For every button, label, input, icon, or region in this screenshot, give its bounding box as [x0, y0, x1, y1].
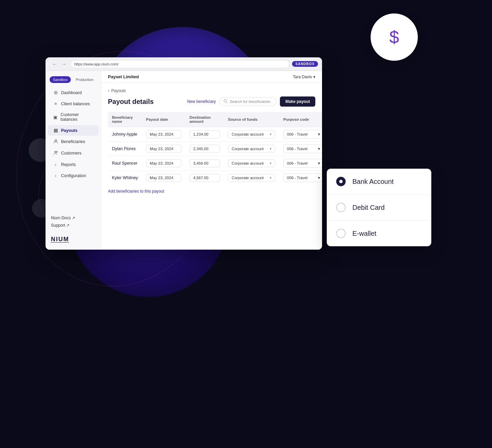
user-menu[interactable]: Tara Davis ▾	[293, 75, 315, 79]
new-beneficiary-link[interactable]: New beneficiary	[187, 99, 216, 104]
payment-option-debit[interactable]: Debit Card	[327, 195, 431, 221]
source-select-3[interactable]: Corporate account ▾	[228, 174, 275, 182]
sandbox-badge: SANDBOX	[292, 61, 318, 67]
beneficiary-name-2: Raul Spencer	[112, 161, 138, 166]
col-source-of-funds: Source of funds	[224, 112, 279, 127]
debit-card-label: Debit Card	[352, 204, 385, 212]
payment-option-ewallet[interactable]: E-wallet	[327, 221, 431, 246]
client-balances-icon: ≡	[53, 101, 58, 106]
company-name: Payset Limited	[108, 74, 139, 79]
customers-icon	[53, 150, 58, 156]
col-beneficiary-name: Beneficiary name	[108, 112, 142, 127]
nium-logo: NIUM	[46, 232, 101, 244]
search-placeholder: Search for beneficiaries	[230, 100, 270, 104]
sidebar-item-dashboard[interactable]: ⊞ Dashboard	[48, 87, 99, 98]
bank-account-radio[interactable]	[336, 177, 346, 186]
sidebar-spacer	[46, 181, 101, 212]
page-title: Payout details	[108, 98, 154, 106]
main-body: ‹ Payouts Payout details New beneficiary	[101, 83, 322, 250]
main-content: Payset Limited Tara Davis ▾ ‹ Payouts Pa…	[101, 71, 322, 250]
dollar-icon: $	[389, 27, 399, 47]
purpose-chevron-icon: ▾	[318, 132, 320, 137]
source-chevron-icon: ▾	[270, 162, 271, 165]
debit-card-radio[interactable]	[336, 203, 346, 212]
back-button[interactable]: ←	[51, 61, 58, 67]
amount-3[interactable]: 4,567.00	[190, 174, 220, 182]
sandbox-tab[interactable]: Sandbox	[50, 76, 71, 83]
table-row: Raul Spencer May 23, 2024 3,456.00 Corpo…	[108, 156, 322, 171]
col-payout-date: Payout date	[142, 112, 185, 127]
col-purpose-code: Purpose code	[279, 112, 322, 127]
sidebar-item-client-balances[interactable]: ≡ Client balances	[48, 99, 99, 109]
purpose-chevron-icon: ▾	[318, 161, 320, 166]
purpose-select-0[interactable]: 006 - Travel ▾	[283, 130, 322, 139]
nium-docs-link[interactable]: Nium Docs ↗	[51, 214, 95, 222]
sidebar-item-configuration[interactable]: › Configuration	[48, 170, 99, 181]
customer-balances-icon: ▣	[53, 115, 58, 120]
table-row: Kyler Whitney May 23, 2024 4,567.00 Corp…	[108, 171, 322, 185]
source-select-2[interactable]: Corporate account ▾	[228, 159, 275, 167]
ewallet-radio[interactable]	[336, 229, 346, 238]
forward-button[interactable]: →	[60, 61, 68, 67]
payout-date-0[interactable]: May 23, 2024	[146, 130, 181, 138]
sidebar-item-customer-balances[interactable]: ▣ Customer balances	[48, 110, 99, 124]
breadcrumb[interactable]: ‹ Payouts	[108, 88, 315, 93]
payment-option-bank[interactable]: Bank Account	[327, 169, 431, 195]
browser-url-bar[interactable]: https://www.app.nium.com/	[70, 60, 289, 68]
beneficiary-name-0: Johnny Apple	[112, 132, 137, 137]
browser-nav: ← →	[51, 61, 68, 67]
ewallet-label: E-wallet	[352, 230, 376, 237]
sidebar-item-payouts[interactable]: ▤ Payouts	[48, 125, 99, 136]
amount-1[interactable]: 2,345.00	[190, 145, 220, 153]
svg-line-4	[227, 102, 228, 103]
amount-2[interactable]: 3,456.00	[190, 159, 220, 167]
purpose-chevron-icon: ▾	[318, 146, 320, 151]
amount-0[interactable]: 1,234.00	[190, 130, 220, 138]
payout-date-2[interactable]: May 23, 2024	[146, 159, 181, 167]
sidebar-bottom: Nium Docs ↗ Support ↗	[46, 212, 101, 232]
user-chevron-icon: ▾	[313, 75, 315, 79]
bank-account-label: Bank Account	[352, 178, 394, 186]
search-beneficiaries-input[interactable]: Search for beneficiaries	[219, 97, 277, 106]
payout-date-3[interactable]: May 23, 2024	[146, 174, 181, 182]
purpose-select-3[interactable]: 006 - Travel ▾	[283, 173, 322, 182]
support-link[interactable]: Support ↗	[51, 222, 95, 229]
purpose-select-1[interactable]: 006 - Travel ▾	[283, 144, 322, 153]
bank-account-radio-inner	[339, 180, 343, 183]
purpose-chevron-icon: ▾	[318, 175, 320, 180]
dashboard-icon: ⊞	[53, 90, 58, 95]
breadcrumb-label: Payouts	[111, 88, 126, 93]
page-header: Payout details New beneficiary Search fo…	[108, 96, 315, 107]
svg-point-0	[55, 140, 57, 141]
search-icon	[224, 99, 228, 104]
breadcrumb-arrow-icon: ‹	[108, 88, 109, 93]
payout-date-1[interactable]: May 23, 2024	[146, 145, 181, 153]
col-destination-amount: Destination amount	[185, 112, 224, 127]
payment-method-card: Bank Account Debit Card E-wallet	[327, 169, 431, 246]
app-layout: Sandbox Production ⊞ Dashboard ≡ Client …	[46, 71, 322, 250]
configuration-chevron-icon: ›	[53, 173, 58, 178]
sidebar-item-customers[interactable]: Customers	[48, 148, 99, 159]
source-chevron-icon: ▾	[270, 147, 271, 150]
add-beneficiary-link[interactable]: Add beneficiaries to this payout	[108, 189, 164, 194]
source-chevron-icon: ▾	[270, 176, 271, 179]
payouts-icon: ▤	[53, 128, 58, 133]
reports-chevron-icon: ›	[53, 162, 58, 167]
source-chevron-icon: ▾	[270, 133, 271, 136]
sidebar: Sandbox Production ⊞ Dashboard ≡ Client …	[46, 71, 101, 250]
sidebar-item-reports[interactable]: › Reports	[48, 159, 99, 170]
beneficiary-name-1: Dylan Flores	[112, 146, 136, 151]
main-header: Payset Limited Tara Davis ▾	[101, 71, 322, 83]
production-tab[interactable]: Production	[72, 76, 97, 83]
source-select-1[interactable]: Corporate account ▾	[228, 145, 275, 153]
make-payout-button[interactable]: Make payout	[280, 96, 315, 107]
browser-window: ← → https://www.app.nium.com/ SANDBOX Sa…	[46, 57, 322, 250]
source-select-0[interactable]: Corporate account ▾	[228, 130, 275, 138]
purpose-select-2[interactable]: 006 - Travel ▾	[283, 159, 322, 168]
page-actions: New beneficiary Search for beneficiaries…	[187, 96, 315, 107]
svg-point-2	[56, 151, 57, 152]
browser-toolbar: ← → https://www.app.nium.com/ SANDBOX	[46, 57, 322, 71]
sidebar-item-beneficiaries[interactable]: Beneficiaries	[48, 136, 99, 147]
dollar-circle: $	[371, 13, 418, 61]
beneficiary-name-3: Kyler Whitney	[112, 175, 138, 180]
